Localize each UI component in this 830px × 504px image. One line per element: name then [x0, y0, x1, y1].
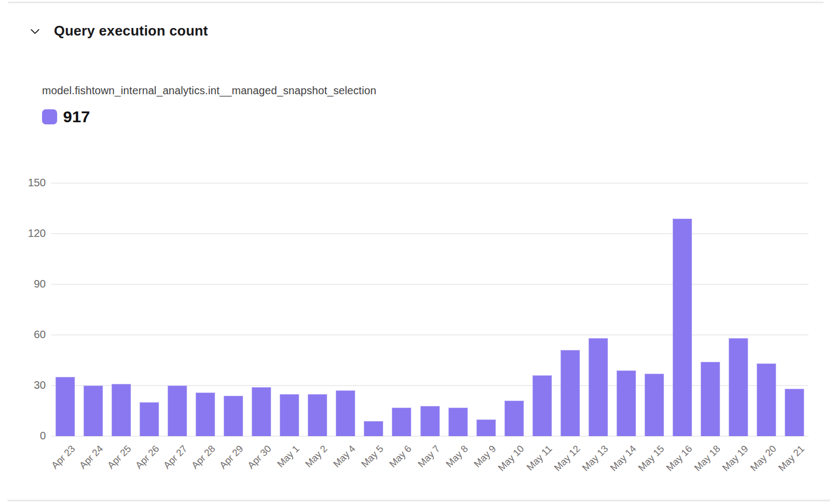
gridline — [51, 334, 808, 335]
bar[interactable] — [168, 386, 187, 436]
y-axis-tick-label: 30 — [13, 379, 46, 391]
bar[interactable] — [561, 350, 580, 436]
bar[interactable] — [420, 406, 440, 436]
bar[interactable] — [308, 394, 327, 436]
bar[interactable] — [112, 384, 131, 436]
bar[interactable] — [785, 389, 804, 436]
bar[interactable] — [504, 401, 524, 436]
bar[interactable] — [336, 390, 355, 436]
y-axis-tick-label: 120 — [13, 227, 46, 240]
y-axis-tick-label: 0 — [13, 430, 46, 442]
gridline — [51, 284, 808, 285]
bar[interactable] — [196, 393, 215, 436]
bar[interactable] — [448, 408, 468, 436]
bar[interactable] — [532, 375, 552, 436]
bar[interactable] — [617, 370, 636, 436]
bar[interactable] — [673, 219, 692, 436]
bar[interactable] — [589, 338, 608, 436]
bar[interactable] — [252, 387, 271, 436]
y-axis-tick-label: 90 — [13, 278, 46, 290]
bar[interactable] — [729, 338, 748, 436]
y-axis-tick-label: 60 — [13, 328, 46, 341]
bar[interactable] — [224, 396, 243, 436]
gridline — [51, 183, 808, 184]
bar[interactable] — [140, 402, 159, 436]
bar-chart: 0306090120150Apr 23Apr 24Apr 25Apr 26Apr… — [0, 0, 830, 504]
bar[interactable] — [645, 374, 664, 436]
gridline — [51, 233, 808, 234]
bar[interactable] — [280, 394, 299, 436]
gridline — [51, 385, 808, 386]
bar[interactable] — [392, 408, 411, 436]
bar[interactable] — [701, 362, 720, 436]
bar[interactable] — [84, 386, 103, 436]
bar[interactable] — [56, 377, 75, 436]
y-axis-tick-label: 150 — [13, 177, 46, 189]
bar[interactable] — [476, 419, 496, 436]
bar[interactable] — [757, 363, 776, 436]
bar[interactable] — [364, 421, 383, 436]
